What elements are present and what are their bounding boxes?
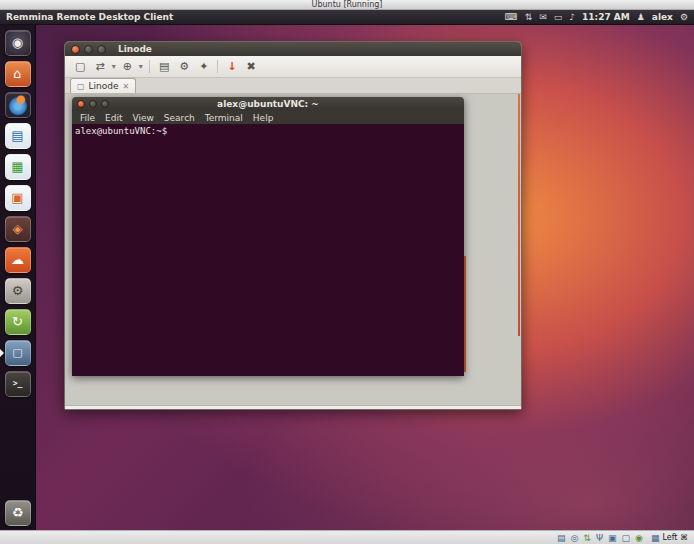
update-manager-icon: ↻ [5, 309, 31, 335]
remmina-toolbar: ▢ ⇄ ▾ ⊕ ▾ ▤ ⚙ ✦ ↓ ✖ [65, 56, 521, 78]
top-panel: Remmina Remote Desktop Client ⌨ ⇅ ✉ ▭ ♪ … [0, 10, 694, 25]
remmina-titlebar[interactable]: Linode [65, 42, 521, 56]
network-indicator-icon[interactable]: ⇅ [525, 10, 533, 25]
optical-disc-icon[interactable]: ◎ [571, 532, 579, 544]
vbox-window-title: Ubuntu [Running] [312, 0, 383, 9]
minimize-to-tray-icon[interactable]: ↓ [223, 57, 240, 77]
monitor-icon: ▢ [77, 82, 85, 91]
menu-terminal[interactable]: Terminal [205, 113, 243, 123]
terminal-titlebar[interactable]: alex@ubuntuVNC: ~ [72, 97, 464, 111]
menu-view[interactable]: View [133, 113, 154, 123]
menu-edit[interactable]: Edit [105, 113, 122, 123]
launcher-item-libreoffice-calc[interactable]: ▦ [3, 153, 33, 180]
home-folder-icon: ⌂ [5, 61, 31, 87]
shared-folders-icon[interactable]: ▣ [608, 532, 617, 544]
app-menu-title[interactable]: Remmina Remote Desktop Client [6, 12, 173, 22]
ubuntu-one-icon: ☁ [5, 247, 31, 273]
software-center-icon: ◈ [5, 216, 31, 242]
menu-file[interactable]: File [80, 113, 95, 123]
launcher-item-home-folder[interactable]: ⌂ [3, 60, 33, 87]
remote-wallpaper-stripe [464, 256, 466, 372]
launcher-item-libreoffice-impress[interactable]: ▣ [3, 184, 33, 211]
mail-indicator-icon[interactable]: ✉ [539, 10, 547, 25]
vbox-titlebar: Ubuntu [Running] [0, 0, 694, 10]
preferences-icon[interactable]: ⚙ [175, 57, 193, 77]
trash-icon: ♻ [5, 500, 31, 526]
keyboard-indicator-icon[interactable]: ⌨ [505, 10, 518, 25]
launcher-item-remmina[interactable]: ▢ [3, 339, 33, 366]
keyboard-state-icon: ▦ [651, 533, 660, 543]
dash-icon: ◉ [5, 30, 31, 56]
remmina-tabbar: ▢ Linode ✕ [65, 78, 521, 94]
maximize-button[interactable] [97, 45, 106, 54]
terminal-maximize-button[interactable] [101, 100, 109, 108]
terminal-minimize-button[interactable] [89, 100, 97, 108]
launcher-item-ubuntu-one[interactable]: ☁ [3, 246, 33, 273]
menu-help[interactable]: Help [253, 113, 274, 123]
system-settings-icon: ⚙ [5, 278, 31, 304]
calc-icon: ▦ [5, 154, 31, 180]
ubuntu-desktop: Remmina Remote Desktop Client ⌨ ⇅ ✉ ▭ ♪ … [0, 10, 694, 530]
disconnect-icon[interactable]: ✖ [243, 57, 260, 77]
toolbar-separator [149, 60, 150, 73]
launcher-item-firefox[interactable] [3, 91, 33, 118]
firefox-icon [5, 92, 31, 118]
volume-indicator-icon[interactable]: ♪ [569, 10, 575, 25]
unity-launcher: ◉ ⌂ ▤ ▦ ▣ ◈ ☁ ⚙ ↻ ▢ >_ ♻ [0, 25, 36, 530]
writer-icon: ▤ [5, 123, 31, 149]
launcher-item-libreoffice-writer[interactable]: ▤ [3, 122, 33, 149]
battery-indicator-icon[interactable]: ▭ [554, 10, 563, 25]
host-key-indicator: ▦ Left ⌘ [651, 533, 688, 543]
scaled-mode-icon[interactable]: ⇄ [91, 57, 108, 77]
close-button[interactable] [71, 45, 80, 54]
terminal-close-button[interactable] [77, 100, 85, 108]
scale-dropdown-icon[interactable]: ▾ [111, 57, 117, 77]
grab-keyboard-icon[interactable]: ▤ [155, 57, 173, 77]
toolbar-separator [217, 60, 218, 73]
remote-terminal-window[interactable]: alex@ubuntuVNC: ~ File Edit View Search … [72, 97, 464, 376]
remote-desktop-bottom-strip [65, 405, 521, 409]
launcher-item-system-settings[interactable]: ⚙ [3, 277, 33, 304]
harddisk-icon[interactable]: ▤ [557, 532, 566, 544]
remmina-icon: ▢ [5, 340, 31, 366]
window-title: Linode [118, 44, 152, 54]
tab-linode[interactable]: ▢ Linode ✕ [70, 78, 136, 93]
remmina-window: Linode ▢ ⇄ ▾ ⊕ ▾ ▤ ⚙ ✦ ↓ ✖ ▢ Linode ✕ [64, 41, 522, 410]
fullscreen-icon[interactable]: ▢ [71, 57, 89, 77]
zoom-icon[interactable]: ⊕ [119, 57, 136, 77]
menu-search[interactable]: Search [164, 113, 195, 123]
zoom-dropdown-icon[interactable]: ▾ [138, 57, 144, 77]
remote-desktop-view[interactable]: alex@ubuntuVNC: ~ File Edit View Search … [65, 94, 521, 409]
launcher-item-terminal[interactable]: >_ [3, 370, 33, 397]
user-icon: ♟ [637, 10, 645, 25]
launcher-item-trash[interactable]: ♻ [3, 499, 33, 526]
launcher-item-software-center[interactable]: ◈ [3, 215, 33, 242]
minimize-button[interactable] [84, 45, 93, 54]
launcher-item-update-manager[interactable]: ↻ [3, 308, 33, 335]
remote-wallpaper-stripe [518, 94, 520, 336]
terminal-title: alex@ubuntuVNC: ~ [72, 99, 464, 109]
tab-label: Linode [89, 81, 119, 91]
terminal-menubar: File Edit View Search Terminal Help [72, 111, 464, 124]
terminal-icon: >_ [5, 371, 31, 397]
clock[interactable]: 11:27 AM [582, 12, 630, 22]
terminal-output[interactable]: alex@ubuntuVNC:~$ [72, 124, 464, 376]
host-key-label: Left ⌘ [662, 533, 688, 542]
tab-close-icon[interactable]: ✕ [123, 82, 130, 91]
panel-indicators: ⌨ ⇅ ✉ ▭ ♪ 11:27 AM ♟ alex ⚙ [505, 10, 688, 25]
network-adapter-icon[interactable]: ⇅ [583, 532, 591, 544]
shell-prompt: alex@ubuntuVNC:~$ [75, 126, 167, 136]
display-icon[interactable]: ▢ [622, 532, 631, 544]
launcher-item-dash-home[interactable]: ◉ [3, 29, 33, 56]
mouse-integration-icon[interactable]: ◉ [635, 532, 643, 544]
session-gear-icon[interactable]: ⚙ [680, 10, 688, 25]
usb-icon[interactable]: Ψ [596, 532, 603, 544]
impress-icon: ▣ [5, 185, 31, 211]
username-menu[interactable]: alex [652, 12, 673, 22]
vbox-statusbar: ▤ ◎ ⇅ Ψ ▣ ▢ ◉ ▦ Left ⌘ [0, 530, 694, 544]
tools-icon[interactable]: ✦ [195, 57, 212, 77]
